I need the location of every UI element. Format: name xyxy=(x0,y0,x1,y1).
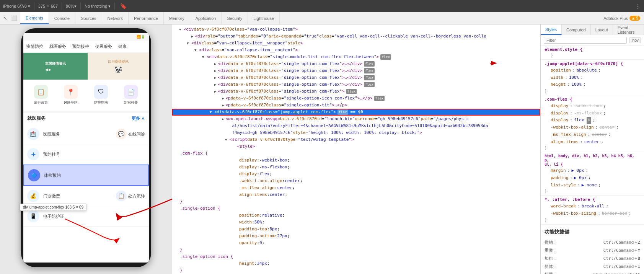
tab-lighthouse[interactable]: Lighthouse xyxy=(248,12,280,24)
responsive-icon[interactable]: ⬜ xyxy=(10,15,18,22)
dom-content: ▼ <div data-v-6f0cf870 class="van-collap… xyxy=(172,24,540,274)
tab-console[interactable]: Console xyxy=(49,12,75,24)
dom-line-height34[interactable]: height: 34px; xyxy=(172,260,540,267)
phone-section-more[interactable]: 更多 ∧ xyxy=(132,116,145,121)
more-options-icon[interactable]: ⋮ xyxy=(635,3,641,10)
dom-line-comflex[interactable]: .com-flex { xyxy=(172,150,540,157)
device-selector[interactable]: iPhone 6/7/8 ▾ xyxy=(3,4,30,9)
dom-line-single-option-icon[interactable]: .single-option-icon { xyxy=(172,253,540,260)
tab-security[interactable]: Security xyxy=(222,12,248,24)
phone-list-item-1[interactable]: 🏥 医院服务 💬 在线问诊 xyxy=(23,124,149,144)
style-rule-com-flex: .com-flex { display: -webkit-box; displa… xyxy=(541,95,644,152)
styles-filter-input[interactable] xyxy=(544,37,627,44)
dom-line-3[interactable]: ▼ <div class="van-collapse-item__wrapper… xyxy=(172,40,540,47)
bookmark-icon[interactable]: 🔖 xyxy=(119,2,128,10)
tab-elements[interactable]: Elements xyxy=(20,12,49,24)
styles-tab-layout[interactable]: Layout xyxy=(591,24,613,35)
style-rule-jump-applet: .jump-applet[data-v-6f0cf870] { position… xyxy=(541,60,644,95)
toolbar-divider-2 xyxy=(62,2,62,10)
style-prop-width: width: 100%; xyxy=(545,74,640,82)
dom-line-wx3[interactable]: f4&ysid=gh_598eb49157c6" style="height: … xyxy=(172,129,540,136)
phone-grid-item-4[interactable]: 📄 新冠科普 xyxy=(116,83,146,108)
phone-list-item-2[interactable]: ＋ 预约挂号 xyxy=(23,144,149,165)
style-prop-ms-flex-align: -ms-flex-align: center; xyxy=(545,131,640,139)
style-prop-display-flex: display: flex ⊡ ; xyxy=(545,117,640,124)
styles-filter-row: :hov xyxy=(541,35,644,46)
dom-line-ms-align[interactable]: -ms-flex-align: center; xyxy=(172,184,540,191)
style-prop-ms-flexbox: display: -ms-flexbox; xyxy=(545,110,640,117)
tab-bar-icons: ↖ ⬜ xyxy=(0,12,20,24)
warning-badge: ▲ 5 xyxy=(629,16,640,21)
style-selector-jump: .jump-applet[data-v-6f0cf870] { xyxy=(545,61,640,66)
dom-line-wx[interactable]: ▶ <wx-open-launch-weapp data-v-6f0cf870 … xyxy=(172,116,540,122)
dom-line-2[interactable]: ▶ <div role="button" tabindex="0" aria-e… xyxy=(172,33,486,40)
style-prop-word-break: word-break: break-all; xyxy=(545,203,640,210)
dom-line-opacity[interactable]: opacity:0; xyxy=(172,240,540,246)
dom-line-position[interactable]: position: relative; xyxy=(172,212,540,219)
dom-line-paddingbottom[interactable]: padding-bottom: 27px; xyxy=(172,233,540,240)
pointer-icon[interactable]: ↖ xyxy=(2,15,8,22)
toolbar-divider-3 xyxy=(80,2,81,10)
phone-grid-item-1[interactable]: 📋 出行政策 xyxy=(26,83,56,108)
dom-line-ms-flexbox[interactable]: display: -ms-flexbox; xyxy=(172,164,540,171)
dom-line-12[interactable]: ▶ <p data-v-6f0cf870 class="single-optio… xyxy=(172,102,540,109)
dom-line-10[interactable]: ▶ <div data-v-6f0cf870 class="single-opt… xyxy=(172,88,540,95)
phone-nav-yiqing[interactable]: 疫情防控 xyxy=(26,42,44,51)
dom-line-wx2[interactable]: al/hoslist/main?entryFilter=4&channel=AA… xyxy=(172,122,540,129)
throttle-selector[interactable]: No throttling ▾ xyxy=(85,4,111,9)
tab-application[interactable]: Application xyxy=(190,12,222,24)
shortcut-undo: 撤销： Ctrl/Command + Z xyxy=(545,238,640,246)
shortcut-title: 功能快捷键 xyxy=(545,228,640,235)
phone-banner-left: 主国疫情资讯 ◀ ▶ xyxy=(23,53,88,80)
dom-line-selected[interactable]: ▼ <div data-v-6f0cf870 class="jump-apple… xyxy=(172,109,540,116)
styles-tab-event-listeners[interactable]: Event Listeners xyxy=(613,24,644,35)
phone-nav-bianmin[interactable]: 便民服务 xyxy=(95,42,113,51)
dom-line-11[interactable]: ▶ <p data-v-6f0cf870 class="single-optio… xyxy=(172,95,540,102)
phone-nav-jiankang[interactable]: 健康 xyxy=(117,42,127,51)
tab-sources[interactable]: Sources xyxy=(75,12,102,24)
hov-button[interactable]: :hov xyxy=(629,38,641,43)
shortcut-panel: 功能快捷键 撤销： Ctrl/Command + Z 重做： Ctrl/Comm… xyxy=(541,224,644,274)
dom-line-align-items[interactable]: align-items: center; xyxy=(172,191,540,198)
dom-line-9[interactable]: ▶ <div data-v-6f0cf870 class="single-opt… xyxy=(172,81,540,88)
dom-line-single-option[interactable]: .single-option { xyxy=(172,205,540,212)
phone-nav: 疫情防控 就医服务 预防接种 便民服务 健康 xyxy=(23,41,149,53)
dom-line-webkit-align[interactable]: -webkit-box-align: center; xyxy=(172,178,540,184)
adblock-plus[interactable]: Adblock Plus ▲ 5 xyxy=(600,12,644,24)
dom-line-4[interactable]: ▼ <div class="van-collapse-item__content… xyxy=(172,47,540,54)
phone-list-item-3[interactable]: 🔷 体检预约 xyxy=(23,165,149,186)
dom-line-5[interactable]: ▼ <div data-v-6f0cf870 class="single-mod… xyxy=(172,54,540,60)
dom-line-flex[interactable]: display: flex; xyxy=(172,171,540,178)
phone-nav-jiuyi[interactable]: 就医服务 xyxy=(49,42,67,51)
tab-bar: ↖ ⬜ Elements Console Sources Network Per… xyxy=(0,12,644,24)
dom-line-1[interactable]: ▼ <div data-v-6f0cf870 class="van-collap… xyxy=(172,26,540,33)
dom-line-6[interactable]: ▶ <div data-v-6f0cf870 class="single-opt… xyxy=(172,60,540,67)
dom-line-width50[interactable]: width: 50%; xyxy=(172,219,540,226)
style-rule-html-body: html, body, div, h1, h2, h3, h4 h5, h6, … xyxy=(541,152,644,196)
flex-badge-5: flex xyxy=(380,54,391,60)
dom-line-webkit-box[interactable]: display: -webkit-box; xyxy=(172,157,540,164)
phone-grid-item-2[interactable]: 📍 风险地区 xyxy=(56,83,86,108)
dom-line-comflex-close[interactable]: } xyxy=(172,198,540,205)
dom-line-icon-close[interactable]: } xyxy=(172,267,540,274)
dom-line-single-option-close[interactable]: } xyxy=(172,246,540,253)
tab-performance[interactable]: Performance xyxy=(129,12,164,24)
styles-tab-computed[interactable]: Computed xyxy=(562,24,591,35)
tab-memory[interactable]: Memory xyxy=(164,12,190,24)
phone-nav-yufang[interactable]: 预防接种 xyxy=(72,42,90,51)
phone-banner-right: 四川疫情资讯 🐼 xyxy=(88,53,149,80)
dom-line-8[interactable]: ▶ <div data-v-6f0cf870 class="single-opt… xyxy=(172,74,540,81)
phone-grid-item-3[interactable]: 🛡 防护指南 xyxy=(86,83,116,108)
dom-line-paddingtop[interactable]: padding-top: 8px; xyxy=(172,226,540,233)
style-prop-webkit-box-align: -webkit-box-align: center; xyxy=(545,124,640,131)
dom-line-style-open[interactable]: <style> xyxy=(172,143,540,150)
dollar-zero: == $0 xyxy=(351,109,363,116)
styles-tab-styles[interactable]: Styles xyxy=(541,24,562,35)
tab-network[interactable]: Network xyxy=(102,12,129,24)
style-rule-element: element.style { } xyxy=(541,46,644,60)
dom-line-script[interactable]: ▼ <script data-v-6f0cf870 type="text/wxt… xyxy=(172,136,540,143)
style-prop-align-items: align-items: center; xyxy=(545,139,640,146)
zoom-selector[interactable]: 96%▾ xyxy=(66,4,77,9)
dom-line-7[interactable]: ▶ <div data-v-6f0cf870 class="single-opt… xyxy=(172,67,540,74)
phone-panel: 📶🔋 疫情防控 就医服务 预防接种 便民服务 健康 xyxy=(0,24,172,274)
